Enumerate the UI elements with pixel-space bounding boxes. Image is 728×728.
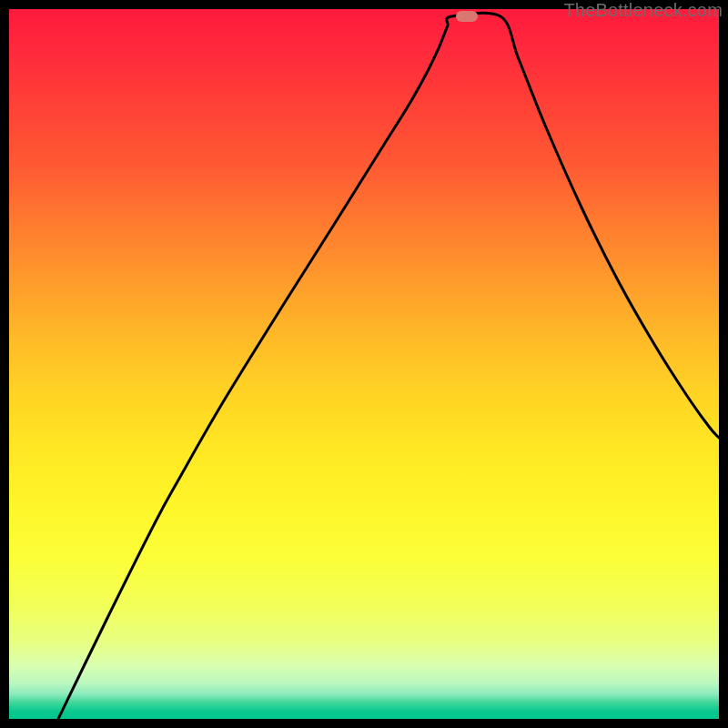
watermark-text: TheBottleneck.com	[563, 0, 723, 21]
optimal-marker	[456, 11, 478, 22]
chart-stage: TheBottleneck.com	[0, 0, 728, 728]
plot-area	[9, 9, 719, 719]
bottleneck-curve	[9, 9, 719, 719]
